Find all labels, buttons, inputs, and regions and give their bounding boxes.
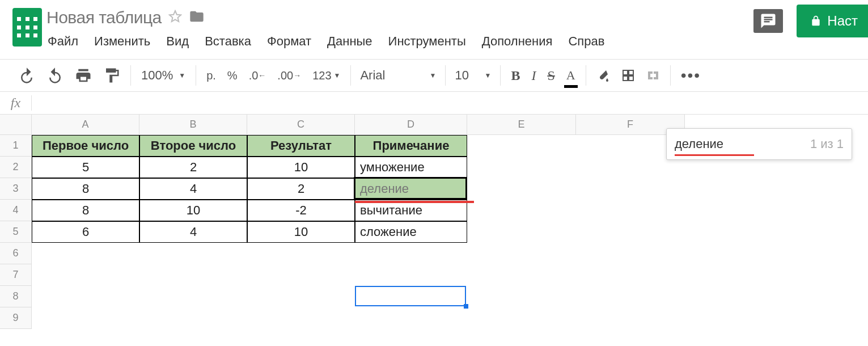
col-header-A[interactable]: A: [32, 115, 139, 135]
cell-A1[interactable]: Первое число: [32, 135, 139, 157]
cell-A4[interactable]: 8: [32, 200, 139, 221]
header: Новая таблица Файл Изменить Вид Вставка …: [0, 0, 868, 57]
menu-bar: Файл Изменить Вид Вставка Формат Данные …: [46, 27, 604, 57]
row-header-7[interactable]: 7: [0, 264, 32, 286]
active-cell-handle[interactable]: [464, 304, 468, 309]
size-value: 10: [455, 68, 468, 83]
zoom-select[interactable]: 100%▼: [136, 60, 191, 91]
percent-button[interactable]: %: [222, 60, 243, 91]
comments-icon[interactable]: [753, 9, 783, 33]
cell-B5[interactable]: 4: [139, 221, 247, 243]
row-header-1[interactable]: 1: [0, 135, 32, 157]
fx-input[interactable]: [32, 92, 868, 114]
cell-B3[interactable]: 4: [139, 178, 247, 200]
cell-D2[interactable]: умножение: [355, 157, 467, 178]
find-count: 1 из 1: [810, 137, 844, 151]
menu-help[interactable]: Справ: [568, 34, 604, 49]
doc-title[interactable]: Новая таблица: [46, 8, 162, 27]
active-cell-ring: [355, 286, 466, 306]
cell-D5[interactable]: сложение: [355, 221, 467, 243]
row-header-6[interactable]: 6: [0, 243, 32, 264]
cell-C5[interactable]: 10: [247, 221, 355, 243]
print-icon[interactable]: [69, 60, 98, 91]
more-button[interactable]: •••: [675, 60, 706, 91]
formula-bar: fx: [0, 92, 868, 115]
share-label: Наст: [827, 13, 858, 29]
col-header-D[interactable]: D: [355, 115, 467, 135]
menu-addons[interactable]: Дополнения: [482, 34, 553, 49]
row-header-2[interactable]: 2: [0, 157, 32, 178]
cell-D1[interactable]: Примечание: [355, 135, 467, 157]
lock-icon: [810, 15, 822, 27]
find-dialog[interactable]: деление 1 из 1: [666, 128, 852, 160]
decrease-decimal-button[interactable]: .0←: [243, 60, 272, 91]
col-header-B[interactable]: B: [139, 115, 247, 135]
toolbar: 100%▼ р. % .0← .00→ 123▼ Arial▼ 10▼ B I …: [0, 60, 868, 91]
cell-A3[interactable]: 8: [32, 178, 139, 200]
fill-color-button[interactable]: [591, 60, 616, 91]
merge-button[interactable]: [641, 60, 666, 91]
menu-insert[interactable]: Вставка: [205, 34, 251, 49]
borders-button[interactable]: [616, 60, 641, 91]
col-header-C[interactable]: C: [247, 115, 355, 135]
text-color-button[interactable]: A: [561, 60, 581, 91]
font-value: Arial: [360, 68, 385, 83]
undo-icon[interactable]: [12, 60, 41, 91]
row-header-4[interactable]: 4: [0, 200, 32, 221]
zoom-value: 100%: [141, 68, 173, 83]
col-header-E[interactable]: E: [467, 115, 576, 135]
app-logo[interactable]: [8, 6, 46, 47]
fx-label: fx: [0, 95, 32, 111]
cell-A5[interactable]: 6: [32, 221, 139, 243]
menu-format[interactable]: Формат: [267, 34, 311, 49]
cell-C1[interactable]: Результат: [247, 135, 355, 157]
font-select[interactable]: Arial▼: [355, 60, 441, 91]
currency-button[interactable]: р.: [201, 60, 222, 91]
row-header-9[interactable]: 9: [0, 307, 32, 329]
bold-button[interactable]: B: [505, 60, 526, 91]
paint-format-icon[interactable]: [98, 60, 126, 91]
number-format-button[interactable]: 123▼: [307, 60, 346, 91]
cell-D3[interactable]: деление: [355, 178, 467, 200]
menu-tools[interactable]: Инструменты: [388, 34, 466, 49]
row-header-5[interactable]: 5: [0, 221, 32, 243]
cell-C2[interactable]: 10: [247, 157, 355, 178]
menu-edit[interactable]: Изменить: [94, 34, 150, 49]
share-button[interactable]: Наст: [797, 5, 868, 37]
find-input-text[interactable]: деление: [675, 137, 805, 151]
menu-view[interactable]: Вид: [166, 34, 189, 49]
cell-C4[interactable]: -2: [247, 200, 355, 221]
strike-button[interactable]: S: [541, 60, 560, 91]
cell-B4[interactable]: 10: [139, 200, 247, 221]
cell-B1[interactable]: Второе число: [139, 135, 247, 157]
cell-B2[interactable]: 2: [139, 157, 247, 178]
select-all-corner[interactable]: [0, 115, 32, 135]
row-header-3[interactable]: 3: [0, 178, 32, 200]
folder-icon[interactable]: [189, 9, 205, 27]
cell-D4[interactable]: вычитание: [355, 200, 467, 221]
redo-icon[interactable]: [41, 60, 69, 91]
row-header-8[interactable]: 8: [0, 286, 32, 307]
increase-decimal-button[interactable]: .00→: [272, 60, 307, 91]
font-size-select[interactable]: 10▼: [450, 60, 496, 91]
menu-data[interactable]: Данные: [327, 34, 372, 49]
cell-A2[interactable]: 5: [32, 157, 139, 178]
star-icon[interactable]: [168, 10, 182, 26]
menu-file[interactable]: Файл: [48, 34, 78, 49]
annotation-underline: [675, 154, 754, 156]
italic-button[interactable]: I: [526, 60, 541, 91]
cell-C3[interactable]: 2: [247, 178, 355, 200]
